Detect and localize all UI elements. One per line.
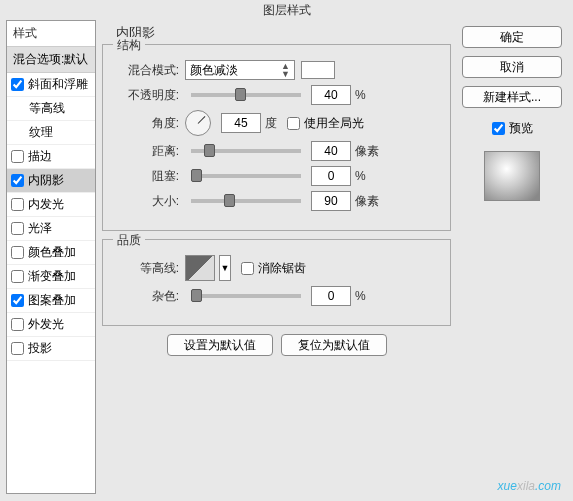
- set-default-button[interactable]: 设置为默认值: [167, 334, 273, 356]
- effect-item-stroke[interactable]: 描边: [7, 145, 95, 169]
- settings-title: 内阴影: [116, 24, 451, 42]
- contour-label: 等高线:: [113, 260, 179, 277]
- noise-row: 杂色: 0 %: [113, 286, 440, 306]
- effect-checkbox-inner_glow[interactable]: [11, 198, 24, 211]
- effect-checkbox-satin[interactable]: [11, 222, 24, 235]
- effect-item-color_overlay[interactable]: 颜色叠加: [7, 241, 95, 265]
- noise-input[interactable]: 0: [311, 286, 351, 306]
- noise-label: 杂色:: [113, 288, 179, 305]
- choke-unit: %: [355, 169, 366, 183]
- effect-checkbox-inner_shadow[interactable]: [11, 174, 24, 187]
- effect-label: 外发光: [28, 316, 64, 333]
- effect-item-pattern_overlay[interactable]: 图案叠加: [7, 289, 95, 313]
- choke-slider[interactable]: [191, 174, 301, 178]
- dialog-title: 图层样式: [0, 0, 573, 20]
- effect-item-texture_sub[interactable]: 纹理: [7, 121, 95, 145]
- opacity-label: 不透明度:: [113, 87, 179, 104]
- blend-mode-label: 混合模式:: [113, 62, 179, 79]
- watermark: xuexila.com: [498, 474, 561, 495]
- cancel-button[interactable]: 取消: [462, 56, 562, 78]
- angle-row: 角度: 45 度 使用全局光: [113, 110, 440, 136]
- right-panel: 确定 取消 新建样式... 预览: [457, 20, 567, 494]
- choke-input[interactable]: 0: [311, 166, 351, 186]
- structure-group: 结构 混合模式: 颜色减淡 ▲▼ 不透明度: 40 % 角度: 45: [102, 44, 451, 231]
- size-row: 大小: 90 像素: [113, 191, 440, 211]
- structure-legend: 结构: [113, 37, 145, 54]
- effect-label: 渐变叠加: [28, 268, 76, 285]
- size-label: 大小:: [113, 193, 179, 210]
- effect-label: 光泽: [28, 220, 52, 237]
- quality-group: 品质 等高线: ▼ 消除锯齿 杂色: 0 %: [102, 239, 451, 326]
- effect-item-inner_glow[interactable]: 内发光: [7, 193, 95, 217]
- dropdown-icon: ▲▼: [281, 62, 290, 78]
- styles-panel: 样式 混合选项:默认 斜面和浮雕等高线纹理描边内阴影内发光光泽颜色叠加渐变叠加图…: [6, 20, 96, 494]
- effect-item-bevel[interactable]: 斜面和浮雕: [7, 73, 95, 97]
- global-light-checkbox[interactable]: [287, 117, 300, 130]
- effect-label: 斜面和浮雕: [28, 76, 88, 93]
- opacity-input[interactable]: 40: [311, 85, 351, 105]
- angle-input[interactable]: 45: [221, 113, 261, 133]
- effect-label: 内发光: [28, 196, 64, 213]
- dialog-body: 样式 混合选项:默认 斜面和浮雕等高线纹理描边内阴影内发光光泽颜色叠加渐变叠加图…: [0, 20, 573, 500]
- effect-label: 投影: [28, 340, 52, 357]
- effect-checkbox-pattern_overlay[interactable]: [11, 294, 24, 307]
- antialias-label: 消除锯齿: [258, 260, 306, 277]
- effect-checkbox-gradient_overlay[interactable]: [11, 270, 24, 283]
- opacity-unit: %: [355, 88, 366, 102]
- reset-default-button[interactable]: 复位为默认值: [281, 334, 387, 356]
- effect-item-satin[interactable]: 光泽: [7, 217, 95, 241]
- effect-list: 斜面和浮雕等高线纹理描边内阴影内发光光泽颜色叠加渐变叠加图案叠加外发光投影: [7, 73, 95, 361]
- effect-checkbox-bevel[interactable]: [11, 78, 24, 91]
- quality-legend: 品质: [113, 232, 145, 249]
- effect-item-outer_glow[interactable]: 外发光: [7, 313, 95, 337]
- global-light-label: 使用全局光: [304, 115, 364, 132]
- noise-slider[interactable]: [191, 294, 301, 298]
- distance-slider[interactable]: [191, 149, 301, 153]
- effect-checkbox-outer_glow[interactable]: [11, 318, 24, 331]
- contour-dropdown-icon[interactable]: ▼: [219, 255, 231, 281]
- preview-checkbox[interactable]: [492, 122, 505, 135]
- settings-panel: 内阴影 结构 混合模式: 颜色减淡 ▲▼ 不透明度: 40 % 角度:: [102, 20, 451, 494]
- size-input[interactable]: 90: [311, 191, 351, 211]
- distance-label: 距离:: [113, 143, 179, 160]
- choke-row: 阻塞: 0 %: [113, 166, 440, 186]
- noise-unit: %: [355, 289, 366, 303]
- watermark-part: xue: [498, 479, 517, 493]
- watermark-part: .com: [535, 479, 561, 493]
- blend-mode-row: 混合模式: 颜色减淡 ▲▼: [113, 60, 440, 80]
- styles-header[interactable]: 样式: [7, 21, 95, 47]
- color-swatch[interactable]: [301, 61, 335, 79]
- opacity-slider[interactable]: [191, 93, 301, 97]
- new-style-button[interactable]: 新建样式...: [462, 86, 562, 108]
- effect-item-drop_shadow[interactable]: 投影: [7, 337, 95, 361]
- effect-label: 描边: [28, 148, 52, 165]
- size-slider[interactable]: [191, 199, 301, 203]
- effect-checkbox-stroke[interactable]: [11, 150, 24, 163]
- watermark-part: xila: [517, 479, 535, 493]
- distance-input[interactable]: 40: [311, 141, 351, 161]
- preview-row: 预览: [492, 120, 533, 137]
- preview-label: 预览: [509, 120, 533, 137]
- preview-thumbnail: [484, 151, 540, 201]
- effect-label: 纹理: [29, 124, 53, 141]
- antialias-checkbox[interactable]: [241, 262, 254, 275]
- distance-unit: 像素: [355, 143, 379, 160]
- ok-button[interactable]: 确定: [462, 26, 562, 48]
- contour-swatch[interactable]: [185, 255, 215, 281]
- distance-row: 距离: 40 像素: [113, 141, 440, 161]
- effect-item-gradient_overlay[interactable]: 渐变叠加: [7, 265, 95, 289]
- effect-label: 颜色叠加: [28, 244, 76, 261]
- angle-unit: 度: [265, 115, 277, 132]
- blend-mode-select[interactable]: 颜色减淡 ▲▼: [185, 60, 295, 80]
- size-unit: 像素: [355, 193, 379, 210]
- effect-item-inner_shadow[interactable]: 内阴影: [7, 169, 95, 193]
- effect-label: 等高线: [29, 100, 65, 117]
- effect-checkbox-drop_shadow[interactable]: [11, 342, 24, 355]
- angle-dial[interactable]: [185, 110, 211, 136]
- contour-row: 等高线: ▼ 消除锯齿: [113, 255, 440, 281]
- effect-item-contour_sub[interactable]: 等高线: [7, 97, 95, 121]
- opacity-row: 不透明度: 40 %: [113, 85, 440, 105]
- effect-label: 图案叠加: [28, 292, 76, 309]
- effect-checkbox-color_overlay[interactable]: [11, 246, 24, 259]
- blend-options-row[interactable]: 混合选项:默认: [7, 47, 95, 73]
